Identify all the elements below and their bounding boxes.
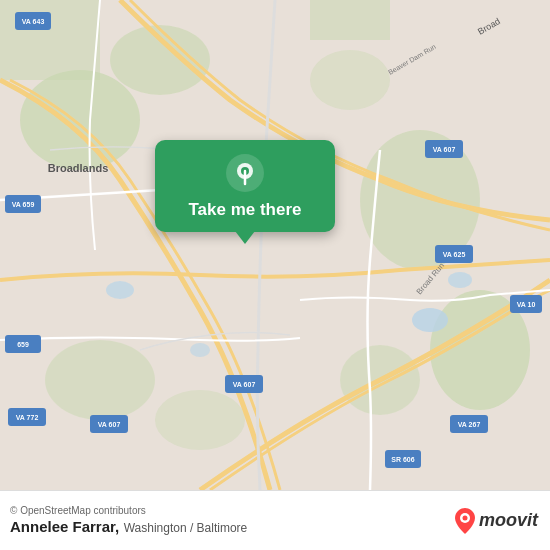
- footer-info: © OpenStreetMap contributors Annelee Far…: [10, 505, 247, 536]
- moovit-logo: moovit: [454, 507, 538, 535]
- svg-point-13: [106, 281, 134, 299]
- svg-point-10: [310, 50, 390, 110]
- svg-text:VA 10: VA 10: [517, 301, 536, 308]
- svg-text:VA 643: VA 643: [22, 18, 45, 25]
- svg-text:Broadlands: Broadlands: [48, 162, 109, 174]
- svg-point-45: [462, 515, 467, 520]
- location-region: Washington / Baltimore: [124, 521, 248, 535]
- svg-text:VA 607: VA 607: [433, 146, 456, 153]
- footer: © OpenStreetMap contributors Annelee Far…: [0, 490, 550, 550]
- svg-text:VA 625: VA 625: [443, 251, 466, 258]
- map-container: VA 643 VA 659 659 VA 607 VA 607 VA 607 V…: [0, 0, 550, 490]
- moovit-pin-icon: [454, 507, 476, 535]
- svg-text:SR 606: SR 606: [391, 456, 414, 463]
- svg-point-1: [20, 70, 140, 170]
- svg-text:VA 607: VA 607: [233, 381, 256, 388]
- svg-point-11: [412, 308, 448, 332]
- svg-point-14: [190, 343, 210, 357]
- svg-point-7: [45, 340, 155, 420]
- svg-point-8: [155, 390, 245, 450]
- svg-text:VA 607: VA 607: [98, 421, 121, 428]
- svg-text:VA 267: VA 267: [458, 421, 481, 428]
- svg-text:659: 659: [17, 341, 29, 348]
- location-name: Annelee Farrar,: [10, 518, 119, 535]
- svg-rect-3: [0, 0, 100, 80]
- take-me-there-button[interactable]: Take me there: [155, 140, 335, 232]
- svg-text:VA 772: VA 772: [16, 414, 39, 421]
- take-me-there-label: Take me there: [188, 200, 301, 220]
- svg-rect-9: [310, 0, 390, 40]
- svg-point-12: [448, 272, 472, 288]
- moovit-brand-text: moovit: [479, 510, 538, 531]
- svg-text:VA 659: VA 659: [12, 201, 35, 208]
- location-pin-icon: [226, 154, 264, 192]
- copyright-text: © OpenStreetMap contributors: [10, 505, 247, 516]
- location-info: Annelee Farrar, Washington / Baltimore: [10, 518, 247, 536]
- map-background: VA 643 VA 659 659 VA 607 VA 607 VA 607 V…: [0, 0, 550, 490]
